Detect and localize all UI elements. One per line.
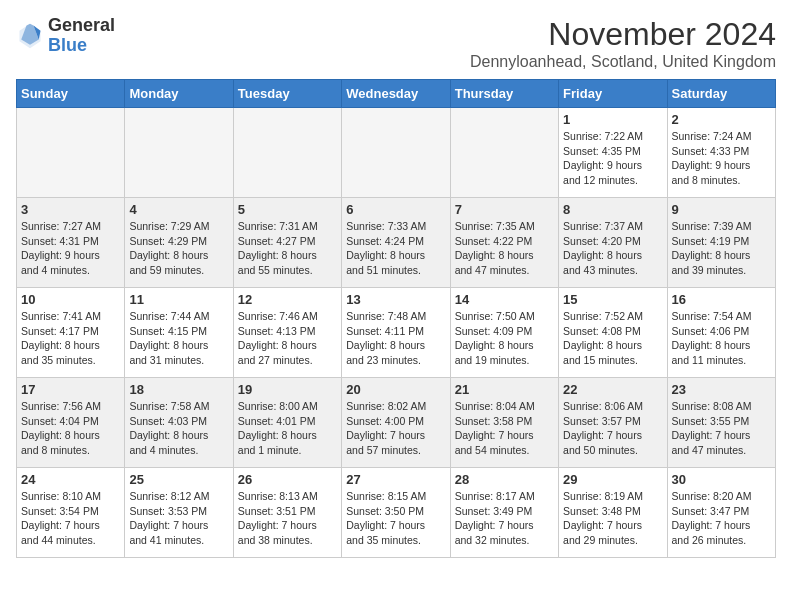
day-number: 12 (238, 292, 337, 307)
day-info: Sunrise: 7:27 AM Sunset: 4:31 PM Dayligh… (21, 219, 120, 278)
calendar-table: SundayMondayTuesdayWednesdayThursdayFrid… (16, 79, 776, 558)
day-info: Sunrise: 8:13 AM Sunset: 3:51 PM Dayligh… (238, 489, 337, 548)
day-info: Sunrise: 7:56 AM Sunset: 4:04 PM Dayligh… (21, 399, 120, 458)
day-number: 7 (455, 202, 554, 217)
day-cell: 19Sunrise: 8:00 AM Sunset: 4:01 PM Dayli… (233, 378, 341, 468)
logo-blue-text: Blue (48, 36, 115, 56)
day-cell: 25Sunrise: 8:12 AM Sunset: 3:53 PM Dayli… (125, 468, 233, 558)
calendar-week-4: 24Sunrise: 8:10 AM Sunset: 3:54 PM Dayli… (17, 468, 776, 558)
day-cell: 3Sunrise: 7:27 AM Sunset: 4:31 PM Daylig… (17, 198, 125, 288)
header-sunday: Sunday (17, 80, 125, 108)
day-cell (125, 108, 233, 198)
day-cell: 26Sunrise: 8:13 AM Sunset: 3:51 PM Dayli… (233, 468, 341, 558)
day-number: 6 (346, 202, 445, 217)
day-info: Sunrise: 7:41 AM Sunset: 4:17 PM Dayligh… (21, 309, 120, 368)
location-title: Dennyloanhead, Scotland, United Kingdom (470, 53, 776, 71)
day-info: Sunrise: 7:37 AM Sunset: 4:20 PM Dayligh… (563, 219, 662, 278)
calendar-week-1: 3Sunrise: 7:27 AM Sunset: 4:31 PM Daylig… (17, 198, 776, 288)
day-cell: 27Sunrise: 8:15 AM Sunset: 3:50 PM Dayli… (342, 468, 450, 558)
day-cell: 18Sunrise: 7:58 AM Sunset: 4:03 PM Dayli… (125, 378, 233, 468)
day-cell: 15Sunrise: 7:52 AM Sunset: 4:08 PM Dayli… (559, 288, 667, 378)
day-cell (233, 108, 341, 198)
day-number: 16 (672, 292, 771, 307)
day-cell: 7Sunrise: 7:35 AM Sunset: 4:22 PM Daylig… (450, 198, 558, 288)
day-cell: 17Sunrise: 7:56 AM Sunset: 4:04 PM Dayli… (17, 378, 125, 468)
calendar-week-2: 10Sunrise: 7:41 AM Sunset: 4:17 PM Dayli… (17, 288, 776, 378)
day-number: 14 (455, 292, 554, 307)
header-friday: Friday (559, 80, 667, 108)
day-number: 19 (238, 382, 337, 397)
day-number: 17 (21, 382, 120, 397)
day-cell: 23Sunrise: 8:08 AM Sunset: 3:55 PM Dayli… (667, 378, 775, 468)
day-cell: 11Sunrise: 7:44 AM Sunset: 4:15 PM Dayli… (125, 288, 233, 378)
day-number: 30 (672, 472, 771, 487)
logo-icon (16, 22, 44, 50)
day-info: Sunrise: 8:06 AM Sunset: 3:57 PM Dayligh… (563, 399, 662, 458)
day-info: Sunrise: 7:46 AM Sunset: 4:13 PM Dayligh… (238, 309, 337, 368)
day-info: Sunrise: 7:24 AM Sunset: 4:33 PM Dayligh… (672, 129, 771, 188)
day-info: Sunrise: 8:12 AM Sunset: 3:53 PM Dayligh… (129, 489, 228, 548)
day-info: Sunrise: 7:35 AM Sunset: 4:22 PM Dayligh… (455, 219, 554, 278)
page-header: General Blue November 2024 Dennyloanhead… (16, 16, 776, 71)
day-cell: 16Sunrise: 7:54 AM Sunset: 4:06 PM Dayli… (667, 288, 775, 378)
day-number: 9 (672, 202, 771, 217)
day-info: Sunrise: 7:33 AM Sunset: 4:24 PM Dayligh… (346, 219, 445, 278)
day-number: 20 (346, 382, 445, 397)
day-cell: 6Sunrise: 7:33 AM Sunset: 4:24 PM Daylig… (342, 198, 450, 288)
day-cell: 8Sunrise: 7:37 AM Sunset: 4:20 PM Daylig… (559, 198, 667, 288)
day-number: 13 (346, 292, 445, 307)
day-cell: 30Sunrise: 8:20 AM Sunset: 3:47 PM Dayli… (667, 468, 775, 558)
day-info: Sunrise: 8:10 AM Sunset: 3:54 PM Dayligh… (21, 489, 120, 548)
day-cell (17, 108, 125, 198)
day-info: Sunrise: 7:29 AM Sunset: 4:29 PM Dayligh… (129, 219, 228, 278)
day-cell: 2Sunrise: 7:24 AM Sunset: 4:33 PM Daylig… (667, 108, 775, 198)
day-number: 18 (129, 382, 228, 397)
day-number: 25 (129, 472, 228, 487)
header-monday: Monday (125, 80, 233, 108)
day-info: Sunrise: 8:20 AM Sunset: 3:47 PM Dayligh… (672, 489, 771, 548)
day-cell: 28Sunrise: 8:17 AM Sunset: 3:49 PM Dayli… (450, 468, 558, 558)
day-number: 23 (672, 382, 771, 397)
day-number: 29 (563, 472, 662, 487)
header-tuesday: Tuesday (233, 80, 341, 108)
title-area: November 2024 Dennyloanhead, Scotland, U… (470, 16, 776, 71)
calendar-week-0: 1Sunrise: 7:22 AM Sunset: 4:35 PM Daylig… (17, 108, 776, 198)
header-saturday: Saturday (667, 80, 775, 108)
day-cell: 1Sunrise: 7:22 AM Sunset: 4:35 PM Daylig… (559, 108, 667, 198)
day-cell: 4Sunrise: 7:29 AM Sunset: 4:29 PM Daylig… (125, 198, 233, 288)
day-info: Sunrise: 7:58 AM Sunset: 4:03 PM Dayligh… (129, 399, 228, 458)
day-info: Sunrise: 7:31 AM Sunset: 4:27 PM Dayligh… (238, 219, 337, 278)
day-number: 8 (563, 202, 662, 217)
day-number: 4 (129, 202, 228, 217)
day-info: Sunrise: 8:02 AM Sunset: 4:00 PM Dayligh… (346, 399, 445, 458)
header-wednesday: Wednesday (342, 80, 450, 108)
month-title: November 2024 (470, 16, 776, 53)
day-cell: 22Sunrise: 8:06 AM Sunset: 3:57 PM Dayli… (559, 378, 667, 468)
day-cell: 20Sunrise: 8:02 AM Sunset: 4:00 PM Dayli… (342, 378, 450, 468)
day-info: Sunrise: 8:19 AM Sunset: 3:48 PM Dayligh… (563, 489, 662, 548)
day-cell: 14Sunrise: 7:50 AM Sunset: 4:09 PM Dayli… (450, 288, 558, 378)
day-number: 10 (21, 292, 120, 307)
day-info: Sunrise: 8:00 AM Sunset: 4:01 PM Dayligh… (238, 399, 337, 458)
day-number: 28 (455, 472, 554, 487)
calendar-header-row: SundayMondayTuesdayWednesdayThursdayFrid… (17, 80, 776, 108)
day-info: Sunrise: 8:17 AM Sunset: 3:49 PM Dayligh… (455, 489, 554, 548)
day-info: Sunrise: 7:22 AM Sunset: 4:35 PM Dayligh… (563, 129, 662, 188)
day-info: Sunrise: 8:04 AM Sunset: 3:58 PM Dayligh… (455, 399, 554, 458)
day-number: 11 (129, 292, 228, 307)
day-cell: 24Sunrise: 8:10 AM Sunset: 3:54 PM Dayli… (17, 468, 125, 558)
day-cell (342, 108, 450, 198)
day-info: Sunrise: 7:52 AM Sunset: 4:08 PM Dayligh… (563, 309, 662, 368)
day-number: 3 (21, 202, 120, 217)
day-info: Sunrise: 7:48 AM Sunset: 4:11 PM Dayligh… (346, 309, 445, 368)
header-thursday: Thursday (450, 80, 558, 108)
day-number: 5 (238, 202, 337, 217)
day-info: Sunrise: 7:54 AM Sunset: 4:06 PM Dayligh… (672, 309, 771, 368)
day-info: Sunrise: 8:08 AM Sunset: 3:55 PM Dayligh… (672, 399, 771, 458)
day-number: 24 (21, 472, 120, 487)
calendar-week-3: 17Sunrise: 7:56 AM Sunset: 4:04 PM Dayli… (17, 378, 776, 468)
day-number: 1 (563, 112, 662, 127)
day-cell: 10Sunrise: 7:41 AM Sunset: 4:17 PM Dayli… (17, 288, 125, 378)
day-number: 22 (563, 382, 662, 397)
day-cell: 29Sunrise: 8:19 AM Sunset: 3:48 PM Dayli… (559, 468, 667, 558)
